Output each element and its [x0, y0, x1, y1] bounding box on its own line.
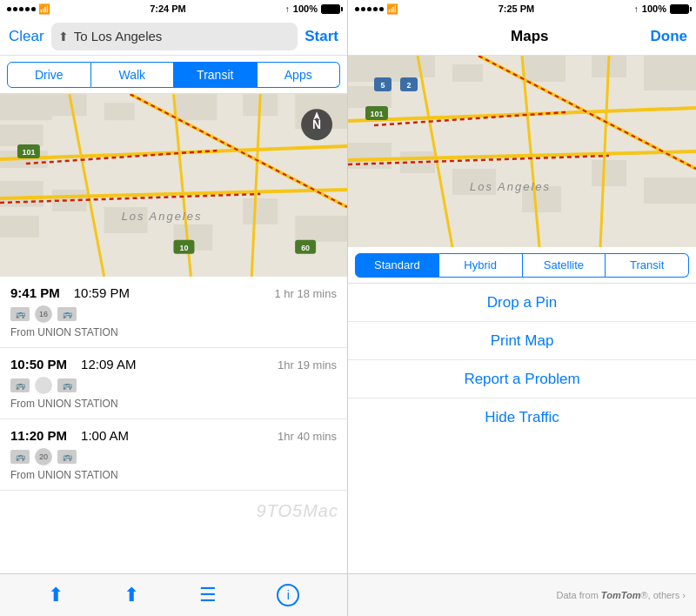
svg-text:5: 5	[380, 81, 385, 90]
right-map: 101 5 2 Los Angeles	[348, 56, 696, 247]
drop-pin-label: Drop a Pin	[487, 294, 557, 311]
hybrid-tab[interactable]: Hybrid	[439, 253, 523, 278]
transit-times-3: 11:20 PM 1:00 AM 1hr 40 mins	[10, 428, 337, 443]
badge-3: 20	[35, 448, 52, 465]
arrive-time-1: 10:59 PM	[74, 285, 130, 300]
svg-rect-47	[592, 160, 626, 186]
depart-time-2: 10:50 PM	[10, 357, 67, 372]
svg-rect-1	[0, 94, 52, 120]
bus-icon-2: 🚌	[10, 378, 30, 392]
start-button[interactable]: Start	[304, 28, 338, 45]
done-button[interactable]: Done	[651, 28, 688, 45]
right-status-right: ↑ 100%	[634, 3, 689, 14]
watermark: 9TO5Mac	[257, 501, 338, 521]
left-status-right: ↑ 100%	[285, 3, 340, 14]
transit-item-2[interactable]: 10:50 PM 12:09 AM 1hr 19 mins 🚌 🚌 From U…	[0, 348, 347, 419]
svg-rect-10	[0, 216, 39, 238]
svg-rect-2	[0, 124, 44, 146]
svg-text:10: 10	[179, 244, 188, 252]
transit-item-1[interactable]: 9:41 PM 10:59 PM 1 hr 18 mins 🚌 16 🚌 Fro…	[0, 277, 347, 348]
svg-text:Los Angeles: Los Angeles	[470, 180, 551, 193]
svg-text:2: 2	[406, 81, 411, 90]
transit-icons-2: 🚌 🚌	[10, 377, 337, 394]
left-time: 7:24 PM	[150, 3, 186, 14]
left-status-bar: 📶 7:24 PM ↑ 100%	[0, 0, 347, 17]
drive-tab[interactable]: Drive	[7, 62, 91, 88]
watermark-container: 9TO5Mac	[0, 491, 347, 526]
svg-rect-9	[0, 181, 44, 207]
location-icon[interactable]: ⬆	[48, 584, 64, 606]
left-panel: 📶 7:24 PM ↑ 100% Clear ⬆ To Los Angeles …	[0, 0, 348, 616]
duration-1: 1 hr 18 mins	[274, 287, 337, 300]
bus-icon-2b: 🚌	[57, 378, 77, 392]
drop-pin-button[interactable]: Drop a Pin	[348, 284, 696, 322]
share-icon[interactable]: ⬆	[124, 584, 139, 606]
info-icon[interactable]: i	[277, 584, 299, 606]
svg-rect-5	[104, 103, 135, 120]
svg-rect-14	[243, 198, 278, 224]
svg-rect-42	[644, 56, 696, 90]
print-map-button[interactable]: Print Map	[348, 322, 696, 360]
transit-icons-3: 🚌 20 🚌	[10, 448, 337, 465]
svg-rect-43	[348, 143, 392, 169]
depart-time-3: 11:20 PM	[10, 428, 67, 443]
transit-icons-1: 🚌 16 🚌	[10, 305, 337, 323]
transport-segment-control: Drive Walk Transit Apps	[0, 56, 347, 94]
transit-item-3[interactable]: 11:20 PM 1:00 AM 1hr 40 mins 🚌 20 🚌 From…	[0, 419, 347, 491]
svg-text:60: 60	[301, 244, 310, 252]
map-segment-row: Standard Hybrid Satellite Transit	[348, 247, 696, 284]
bus-icon-3: 🚌	[10, 450, 30, 464]
svg-rect-36	[348, 56, 400, 82]
svg-rect-39	[452, 64, 483, 82]
right-panel: 📶 7:25 PM ↑ 100% Maps Done	[348, 0, 696, 616]
svg-rect-6	[174, 94, 218, 120]
bus-icon-3b: 🚌	[57, 450, 77, 464]
clear-button[interactable]: Clear	[9, 28, 44, 45]
transit-times-1: 9:41 PM 10:59 PM 1 hr 18 mins	[10, 285, 337, 300]
walk-tab[interactable]: Walk	[91, 62, 175, 88]
satellite-tab[interactable]: Satellite	[523, 253, 606, 278]
svg-rect-40	[522, 56, 566, 82]
maps-title: Maps	[511, 28, 548, 45]
standard-tab[interactable]: Standard	[355, 253, 439, 278]
right-time: 7:25 PM	[499, 3, 535, 14]
bus-icon-1: 🚌	[10, 307, 30, 321]
right-wifi-icon: 📶	[386, 3, 398, 15]
right-signal-dots	[355, 7, 384, 11]
attribution-text: Data from TomTom®, others ›	[557, 590, 686, 600]
from-label-2: From UNION STATION	[10, 398, 337, 410]
options-list: Drop a Pin Print Map Report a Problem Hi…	[348, 284, 696, 573]
svg-rect-15	[295, 216, 347, 242]
right-bottom-toolbar: Data from TomTom®, others ›	[348, 573, 696, 616]
hide-traffic-label: Hide Traffic	[485, 409, 559, 426]
report-problem-label: Report a Problem	[464, 371, 579, 388]
left-bottom-toolbar: ⬆ ⬆ ☰ i	[0, 573, 347, 616]
list-icon[interactable]: ☰	[199, 584, 217, 606]
right-arrow-icon: ↑	[634, 4, 639, 14]
badge-2	[35, 377, 52, 394]
arrive-time-3: 1:00 AM	[81, 428, 129, 443]
duration-2: 1hr 19 mins	[278, 358, 337, 372]
depart-time-1: 9:41 PM	[10, 285, 60, 300]
report-problem-button[interactable]: Report a Problem	[348, 360, 696, 398]
left-map: 101 10 60 Los Angeles N	[0, 94, 347, 277]
transit-tab[interactable]: Transit	[174, 62, 258, 88]
duration-3: 1hr 40 mins	[278, 430, 337, 443]
top-nav: Clear ⬆ To Los Angeles Start	[0, 17, 347, 56]
svg-text:101: 101	[22, 148, 35, 157]
right-status-bar: 📶 7:25 PM ↑ 100%	[348, 0, 696, 17]
transit-times-2: 10:50 PM 12:09 AM 1hr 19 mins	[10, 357, 337, 372]
bus-icon-1b: 🚌	[57, 307, 77, 321]
badge-1: 16	[35, 305, 52, 323]
transit-map-tab[interactable]: Transit	[606, 253, 689, 278]
battery-fill	[322, 5, 339, 13]
destination-field[interactable]: ⬆ To Los Angeles	[51, 23, 298, 50]
svg-text:Los Angeles: Los Angeles	[122, 210, 203, 223]
right-status-left: 📶	[355, 3, 398, 15]
tomtom-brand: TomTom	[601, 590, 641, 600]
hide-traffic-button[interactable]: Hide Traffic	[348, 398, 696, 437]
right-top-nav: Maps Done	[348, 17, 696, 56]
print-map-label: Print Map	[491, 332, 554, 350]
left-status-left: 📶	[7, 3, 50, 15]
apps-tab[interactable]: Apps	[258, 62, 341, 88]
